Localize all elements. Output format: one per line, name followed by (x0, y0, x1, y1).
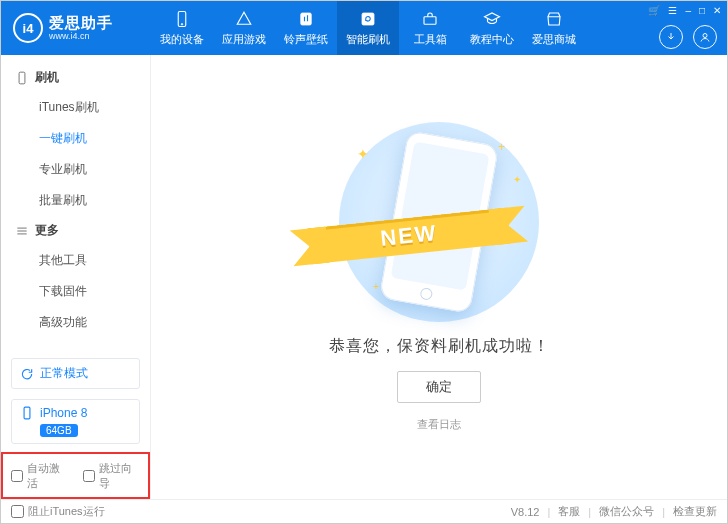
download-button[interactable] (659, 25, 683, 49)
checkbox-label: 阻止iTunes运行 (28, 504, 105, 519)
version-label: V8.12 (511, 506, 540, 518)
sidebar-group-flash: 刷机 (1, 63, 150, 92)
checkbox-label: 自动激活 (27, 461, 69, 491)
window-controls: 🛒 ☰ – □ ✕ (648, 5, 721, 16)
nav-apps[interactable]: 应用游戏 (213, 1, 275, 55)
top-nav: 我的设备 应用游戏 铃声壁纸 智能刷机 工具箱 教程中心 (151, 1, 585, 55)
main-pane: ✦ ✦ + + NEW 恭喜您，保资料刷机成功啦！ 确定 查看日志 (151, 55, 727, 499)
nav-label: 爱思商城 (532, 32, 576, 47)
options-row: 自动激活 跳过向导 (1, 452, 150, 499)
apps-icon (234, 10, 254, 28)
sidebar-group-more: 更多 (1, 216, 150, 245)
maximize-icon[interactable]: □ (699, 5, 705, 16)
nav-flash[interactable]: 智能刷机 (337, 1, 399, 55)
toolbox-icon (420, 10, 440, 28)
device-box[interactable]: iPhone 8 64GB (11, 399, 140, 444)
update-link[interactable]: 检查更新 (673, 504, 717, 519)
app-name: 爱思助手 (49, 15, 113, 30)
svg-rect-2 (301, 13, 312, 25)
svg-rect-6 (19, 72, 25, 84)
graduation-icon (482, 10, 502, 28)
skip-guide-checkbox[interactable]: 跳过向导 (83, 461, 141, 491)
sidebar: 刷机 iTunes刷机 一键刷机 专业刷机 批量刷机 更多 其他工具 下载固件 … (1, 55, 151, 499)
nav-label: 工具箱 (414, 32, 447, 47)
wechat-link[interactable]: 微信公众号 (599, 504, 654, 519)
ok-button[interactable]: 确定 (397, 371, 481, 403)
minimize-icon[interactable]: – (685, 5, 691, 16)
cart-icon[interactable]: 🛒 (648, 5, 660, 16)
menu-icon[interactable]: ☰ (668, 5, 677, 16)
sidebar-item-pro[interactable]: 专业刷机 (1, 154, 150, 185)
svg-rect-3 (362, 13, 374, 25)
device-name: iPhone 8 (40, 406, 87, 420)
sidebar-item-advanced[interactable]: 高级功能 (1, 307, 150, 338)
nav-mall[interactable]: 爱思商城 (523, 1, 585, 55)
refresh-icon (358, 10, 378, 28)
sidebar-item-onekey[interactable]: 一键刷机 (1, 123, 150, 154)
titlebar-actions (659, 25, 717, 49)
body: 刷机 iTunes刷机 一键刷机 专业刷机 批量刷机 更多 其他工具 下载固件 … (1, 55, 727, 499)
logo-text: 爱思助手 www.i4.cn (49, 15, 113, 41)
checkbox-label: 跳过向导 (99, 461, 141, 491)
nav-tools[interactable]: 工具箱 (399, 1, 461, 55)
phone-small-icon (20, 406, 34, 420)
mode-label: 正常模式 (40, 365, 88, 382)
app-url: www.i4.cn (49, 32, 113, 41)
nav-device[interactable]: 我的设备 (151, 1, 213, 55)
success-message: 恭喜您，保资料刷机成功啦！ (329, 336, 550, 357)
nav-ringtone[interactable]: 铃声壁纸 (275, 1, 337, 55)
svg-point-5 (703, 34, 707, 38)
sidebar-item-batch[interactable]: 批量刷机 (1, 185, 150, 216)
block-itunes-checkbox[interactable]: 阻止iTunes运行 (11, 504, 105, 519)
mode-box[interactable]: 正常模式 (11, 358, 140, 389)
nav-label: 我的设备 (160, 32, 204, 47)
sidebar-item-other[interactable]: 其他工具 (1, 245, 150, 276)
group-title: 刷机 (35, 69, 59, 86)
svg-rect-4 (424, 16, 436, 24)
phone-icon (172, 10, 192, 28)
user-button[interactable] (693, 25, 717, 49)
logo-icon: i4 (13, 13, 43, 43)
refresh-small-icon (20, 367, 34, 381)
footer: 阻止iTunes运行 V8.12| 客服| 微信公众号| 检查更新 (1, 499, 727, 523)
sidebar-item-firmware[interactable]: 下载固件 (1, 276, 150, 307)
nav-label: 智能刷机 (346, 32, 390, 47)
nav-label: 铃声壁纸 (284, 32, 328, 47)
group-title: 更多 (35, 222, 59, 239)
titlebar: i4 爱思助手 www.i4.cn 我的设备 应用游戏 铃声壁纸 智能刷机 (1, 1, 727, 55)
sidebar-item-itunes[interactable]: iTunes刷机 (1, 92, 150, 123)
success-illustration: ✦ ✦ + + NEW (329, 122, 549, 322)
service-link[interactable]: 客服 (558, 504, 580, 519)
svg-rect-7 (24, 407, 30, 419)
storage-badge: 64GB (40, 424, 78, 437)
auto-activate-checkbox[interactable]: 自动激活 (11, 461, 69, 491)
nav-tutorial[interactable]: 教程中心 (461, 1, 523, 55)
close-icon[interactable]: ✕ (713, 5, 721, 16)
music-icon (296, 10, 316, 28)
view-log-link[interactable]: 查看日志 (417, 417, 461, 432)
svg-point-1 (181, 23, 183, 25)
shop-icon (544, 10, 564, 28)
logo[interactable]: i4 爱思助手 www.i4.cn (1, 13, 151, 43)
nav-label: 应用游戏 (222, 32, 266, 47)
nav-label: 教程中心 (470, 32, 514, 47)
app-window: i4 爱思助手 www.i4.cn 我的设备 应用游戏 铃声壁纸 智能刷机 (0, 0, 728, 524)
